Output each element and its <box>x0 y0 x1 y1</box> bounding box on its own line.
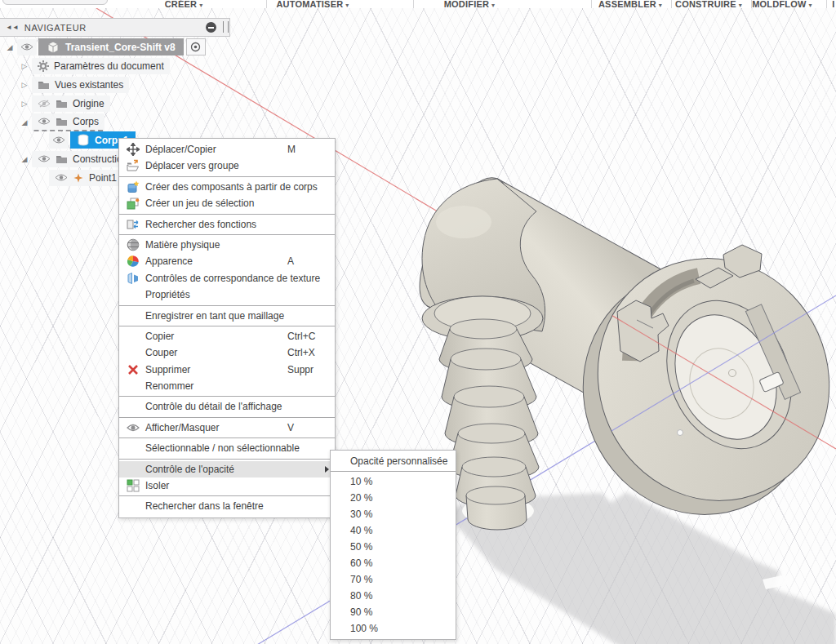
toolbar-menu-construire[interactable]: CONSTRUIRE▾ <box>675 0 742 8</box>
toolbar-menu-partial[interactable]: I <box>832 0 834 8</box>
menu-item-label: Rechercher des fonctions <box>145 219 256 230</box>
submenu-item-90[interactable]: 90 % <box>331 604 456 620</box>
toolbar-menu-modifier[interactable]: MODIFIER▾ <box>444 0 496 8</box>
selection-set-icon <box>127 197 140 210</box>
tree-row-root[interactable]: ◢ Transient_Core-Shift v8 <box>5 38 206 56</box>
collapse-triangle-icon[interactable]: ▷ <box>20 81 29 89</box>
menu-item-label: Déplacer/Copier <box>145 144 216 155</box>
folder-icon <box>56 154 68 164</box>
expand-triangle-icon[interactable]: ◢ <box>20 118 29 127</box>
toolbar-menu-assembler[interactable]: ASSEMBLER▾ <box>598 0 662 8</box>
menu-item-jeu-de-selection[interactable]: Créer un jeu de sélection <box>119 195 335 211</box>
submenu-item-80[interactable]: 80 % <box>331 588 456 604</box>
submenu-item-100[interactable]: 100 % <box>331 620 456 637</box>
submenu-item-label: 90 % <box>350 606 372 618</box>
chevron-down-icon: ▾ <box>739 2 742 8</box>
tree-root-document[interactable]: Transient_Core-Shift v8 <box>38 38 184 56</box>
menu-item-creer-composants[interactable]: Créer des composants à partir de corps <box>119 179 335 195</box>
menu-item-couper[interactable]: Couper Ctrl+X <box>119 344 335 361</box>
tree-row-point1[interactable]: Point1 <box>49 169 122 186</box>
panel-resize-grip[interactable] <box>223 21 229 33</box>
submenu-item-label: 40 % <box>350 525 372 536</box>
submenu-item-30[interactable]: 30 % <box>331 506 456 522</box>
eye-icon <box>20 42 33 51</box>
collapse-panel-icon[interactable]: ◄◄ <box>6 24 19 31</box>
physical-material-icon <box>127 238 140 251</box>
eye-icon[interactable] <box>52 135 65 144</box>
menu-item-afficher-masquer[interactable]: Afficher/Masquer V <box>119 420 335 436</box>
navigator-panel-header[interactable]: ◄◄ NAVIGATEUR <box>0 18 230 37</box>
visibility-toggle[interactable] <box>17 39 37 56</box>
toolbar-menu-creer[interactable]: CRÉER▾ <box>165 0 203 8</box>
menu-item-enregistrer-maillage[interactable]: Enregistrer en tant que maillage <box>119 308 335 324</box>
menu-item-label: Apparence <box>145 255 193 267</box>
menu-item-renommer[interactable]: Renommer <box>119 378 335 394</box>
menu-item-isoler[interactable]: Isoler <box>119 477 335 494</box>
eye-icon[interactable] <box>38 154 51 163</box>
menu-item-copier[interactable]: Copier Ctrl+C <box>119 328 335 344</box>
menu-item-label: Isoler <box>145 480 169 491</box>
submenu-item-70[interactable]: 70 % <box>331 571 456 588</box>
toolbar-separator <box>266 0 267 8</box>
menu-item-supprimer[interactable]: Supprimer Suppr <box>119 362 335 378</box>
toolbar-menu-automatiser[interactable]: AUTOMATISER▾ <box>276 0 349 8</box>
folder-icon <box>38 80 50 90</box>
expand-triangle-icon[interactable]: ◢ <box>20 155 29 163</box>
menu-item-label: Propriétés <box>145 289 190 300</box>
eye-hidden-icon[interactable] <box>38 99 51 109</box>
menu-item-deplacer-vers-groupe[interactable]: Déplacer vers groupe <box>119 158 335 174</box>
menu-item-label: Créer un jeu de sélection <box>145 198 254 209</box>
top-toolbar: CRÉER▾ AUTOMATISER▾ MODIFIER▾ ASSEMBLER▾… <box>0 0 836 8</box>
tree-row-origine[interactable]: ▷ Origine <box>20 95 110 112</box>
collapse-triangle-icon[interactable]: ▷ <box>20 100 29 108</box>
menu-separator <box>119 176 335 177</box>
menu-item-label: Contrôles de correspondance de texture <box>145 273 320 284</box>
tree-item-label: Corps <box>73 116 99 127</box>
menu-separator <box>119 234 335 235</box>
activate-component-radio[interactable] <box>186 38 206 56</box>
menu-item-controles-texture[interactable]: Contrôles de correspondance de texture <box>119 270 335 286</box>
submenu-item-label: 70 % <box>350 574 372 585</box>
show-hide-icon <box>127 421 140 434</box>
radio-target-icon <box>190 42 201 52</box>
menu-item-apparence[interactable]: Apparence A <box>119 253 335 269</box>
menu-item-label: Renommer <box>145 380 193 392</box>
expand-triangle-icon[interactable]: ◢ <box>5 43 15 51</box>
menu-item-label: Supprimer <box>145 364 190 375</box>
toolbar-separator <box>751 0 752 8</box>
tree-row-corps-folder[interactable]: ◢ Corps <box>20 113 104 131</box>
menu-separator <box>119 214 335 215</box>
navigator-title: NAVIGATEUR <box>24 23 87 33</box>
eye-icon[interactable] <box>55 173 68 182</box>
submenu-item-40[interactable]: 40 % <box>331 522 456 539</box>
menu-item-rechercher-fenetre[interactable]: Rechercher dans la fenêtre <box>119 498 335 514</box>
submenu-item-60[interactable]: 60 % <box>331 555 456 571</box>
menu-item-matiere-physique[interactable]: Matière physique <box>119 237 335 253</box>
chevron-down-icon: ▾ <box>345 2 349 8</box>
appearance-icon <box>127 255 140 268</box>
eye-icon[interactable] <box>38 117 51 126</box>
menu-item-controle-detail-affichage[interactable]: Contrôle du détail de l'affichage <box>119 398 335 415</box>
submenu-item-20[interactable]: 20 % <box>331 490 456 506</box>
menu-shortcut: V <box>287 420 294 436</box>
tree-row-vues[interactable]: ▷ Vues existantes <box>20 76 129 93</box>
menu-item-selectionnable[interactable]: Sélectionnable / non sélectionnable <box>119 440 335 456</box>
tree-row-parametres[interactable]: ▷ Paramètres du document <box>20 57 170 74</box>
submenu-item-label: 60 % <box>350 557 372 569</box>
cylinder-body-icon <box>78 134 89 146</box>
submenu-item-10[interactable]: 10 % <box>331 473 456 490</box>
menu-item-controle-opacite[interactable]: Contrôle de l'opacité <box>119 461 335 477</box>
hide-panel-icon[interactable] <box>206 22 216 33</box>
tree-row-construction[interactable]: ◢ Construction <box>20 150 133 167</box>
chevron-down-icon: ▾ <box>659 2 662 8</box>
menu-shortcut: M <box>287 141 296 158</box>
menu-item-rechercher-fonctions[interactable]: Rechercher des fonctions <box>119 216 335 233</box>
menu-item-deplacer-copier[interactable]: Déplacer/Copier M <box>119 141 335 158</box>
corps1-body-3d[interactable] <box>402 165 836 552</box>
move-icon <box>127 143 140 156</box>
submenu-item-50[interactable]: 50 % <box>331 539 456 555</box>
menu-item-proprietes[interactable]: Propriétés <box>119 286 335 303</box>
submenu-item-opacite-personnalisee[interactable]: Opacité personnalisée <box>331 453 456 469</box>
collapse-triangle-icon[interactable]: ▷ <box>20 62 29 70</box>
toolbar-menu-moldflow[interactable]: MOLDFLOW▾ <box>752 0 812 8</box>
